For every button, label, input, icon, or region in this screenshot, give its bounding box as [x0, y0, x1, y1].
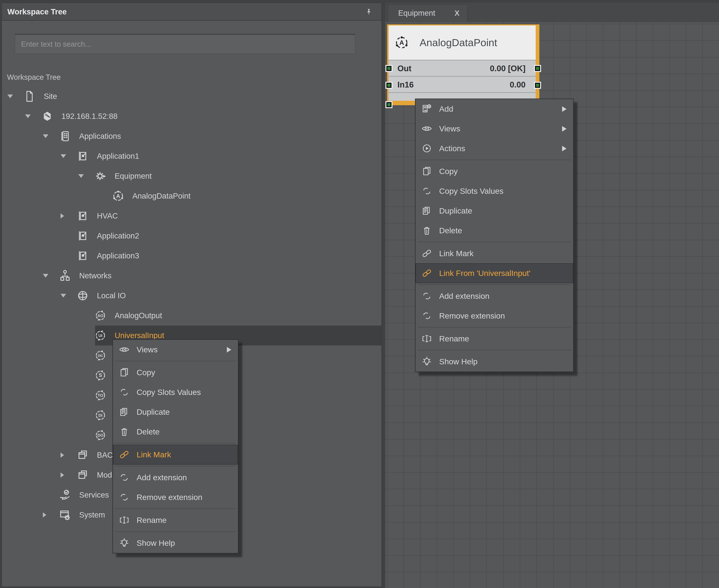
menu-item-label: Link Mark: [439, 244, 473, 264]
menu-item-link-mark[interactable]: Link Mark: [113, 445, 238, 464]
tab-bar: Equipment X: [385, 3, 719, 22]
tree-item-networks[interactable]: Networks: [2, 266, 382, 286]
menu-item-add[interactable]: Add: [415, 99, 573, 119]
menu-item-show-help[interactable]: Show Help: [415, 352, 573, 372]
tree-item-applications[interactable]: Applications: [2, 126, 382, 146]
appwin-icon: [76, 149, 89, 163]
io-DO-icon: DO: [94, 428, 107, 442]
analog-data-point-block[interactable]: A AnalogDataPoint Out 0.00 [OK] In16 0.0…: [387, 24, 539, 105]
menu-item-delete[interactable]: Delete: [415, 221, 573, 240]
expand-right-icon[interactable]: [61, 472, 64, 478]
stackwin-icon: [76, 468, 89, 482]
expand-right-icon[interactable]: [43, 512, 46, 518]
tab-equipment[interactable]: Equipment X: [388, 4, 468, 22]
connector-handle[interactable]: [386, 65, 392, 72]
connector-handle[interactable]: [386, 101, 392, 108]
menu-item-rename[interactable]: Rename: [415, 329, 573, 349]
expand-down-icon[interactable]: [43, 274, 48, 278]
menu-item-label: Delete: [439, 221, 462, 240]
tree-item-label: AnalogDataPoint: [132, 186, 190, 206]
tree-item-application3[interactable]: Application3: [2, 246, 382, 266]
io-DI-icon: DI: [94, 408, 107, 422]
io-DIC-icon: DIC: [94, 349, 107, 362]
tree-item-analogoutput[interactable]: AOAnalogOutput: [2, 306, 382, 326]
tree-item-application2[interactable]: Application2: [2, 226, 382, 246]
svg-text:DI: DI: [98, 413, 102, 418]
tree-item-local-io[interactable]: Local IO: [2, 286, 382, 306]
menu-item-label: Show Help: [439, 352, 477, 372]
menu-separator: [415, 240, 573, 244]
expand-down-icon[interactable]: [43, 134, 48, 138]
search-input[interactable]: [15, 35, 355, 54]
apps-icon: [58, 130, 71, 143]
appwin-icon: [76, 249, 89, 262]
expand-down-icon[interactable]: [78, 174, 84, 178]
menu-item-label: Delete: [137, 422, 160, 442]
slot-name: Out: [397, 60, 411, 77]
menu-item-remove-extension[interactable]: Remove extension: [113, 487, 238, 507]
tree-item-label: Mod: [97, 465, 112, 485]
tree-item-label: Services: [79, 485, 109, 505]
block-header[interactable]: A AnalogDataPoint: [389, 25, 536, 60]
menu-item-label: Link Mark: [137, 445, 171, 464]
expand-right-icon[interactable]: [61, 213, 64, 218]
menu-item-remove-extension[interactable]: Remove extension: [415, 306, 573, 326]
submenu-arrow-icon: [562, 126, 567, 132]
syswin-icon: [58, 508, 71, 522]
menu-item-link-mark[interactable]: Link Mark: [415, 244, 573, 264]
tree-item-site[interactable]: Site: [2, 86, 382, 106]
expand-down-icon[interactable]: [61, 294, 66, 297]
menu-item-actions[interactable]: Actions: [415, 139, 573, 159]
tree-item-label: Application3: [97, 246, 139, 266]
menu-item-delete[interactable]: Delete: [113, 422, 238, 442]
slot-row-in16[interactable]: In16 0.00: [389, 76, 536, 92]
menu-item-label: Copy: [137, 363, 155, 382]
submenu-arrow-icon: [562, 106, 567, 112]
connector-handle[interactable]: [534, 65, 541, 72]
menu-item-duplicate[interactable]: Duplicate: [415, 201, 573, 221]
expand-down-icon[interactable]: [25, 114, 30, 118]
eye-icon: [421, 123, 432, 134]
menu-item-duplicate[interactable]: Duplicate: [113, 402, 238, 422]
analog-point-icon: A: [394, 35, 410, 50]
expand-right-icon[interactable]: [61, 453, 64, 458]
menu-item-copy[interactable]: Copy: [415, 162, 573, 181]
submenu-arrow-icon: [562, 146, 567, 151]
tree-item-application1[interactable]: Application1: [2, 146, 382, 166]
menu-item-add-extension[interactable]: Add extension: [113, 468, 238, 487]
menu-item-label: Remove extension: [137, 487, 202, 507]
menu-item-label: Add: [439, 99, 453, 119]
menu-item-views[interactable]: Views: [415, 119, 573, 139]
menu-item-label: Show Help: [137, 533, 175, 553]
slot-row-out[interactable]: Out 0.00 [OK]: [389, 60, 536, 76]
expand-down-icon[interactable]: [61, 154, 66, 158]
menu-item-add-extension[interactable]: Add extension: [415, 286, 573, 306]
canvas-context-menu: AddViewsActionsCopyCopy Slots ValuesDupl…: [415, 99, 574, 372]
panel-header: Workspace Tree: [2, 3, 382, 21]
adddoc-icon: [421, 103, 432, 114]
tree-item-label: HVAC: [97, 206, 118, 226]
connector-handle[interactable]: [386, 82, 392, 89]
slot-name: In16: [397, 77, 414, 93]
menu-item-copy-slots-values[interactable]: Copy Slots Values: [113, 382, 238, 402]
pin-icon[interactable]: [365, 7, 373, 17]
tree-item-analogdatapoint[interactable]: AAnalogDataPoint: [2, 186, 382, 206]
tab-close-icon[interactable]: X: [454, 4, 459, 22]
menu-item-copy-slots-values[interactable]: Copy Slots Values: [415, 181, 573, 201]
copy-icon: [421, 166, 432, 177]
expand-down-icon[interactable]: [7, 94, 13, 98]
slot-value: 0.00 [OK]: [490, 60, 526, 77]
menu-item-label: Remove extension: [439, 306, 505, 326]
tree-item-192-168-1-52-88[interactable]: 192.168.1.52:88: [2, 106, 382, 126]
tree-item-equipment[interactable]: Equipment: [2, 166, 382, 186]
menu-item-views[interactable]: Views: [113, 340, 238, 359]
menu-item-rename[interactable]: Rename: [113, 510, 238, 530]
menu-item-link-from-universalinput[interactable]: Link From 'UniversalInput': [415, 264, 573, 283]
tree-item-hvac[interactable]: HVAC: [2, 206, 382, 226]
appwin-icon: [76, 209, 89, 223]
menu-separator: [415, 159, 573, 162]
menu-item-copy[interactable]: Copy: [113, 363, 238, 382]
menu-item-show-help[interactable]: Show Help: [113, 533, 238, 553]
menu-item-label: Views: [137, 340, 158, 359]
connector-handle[interactable]: [534, 82, 541, 89]
